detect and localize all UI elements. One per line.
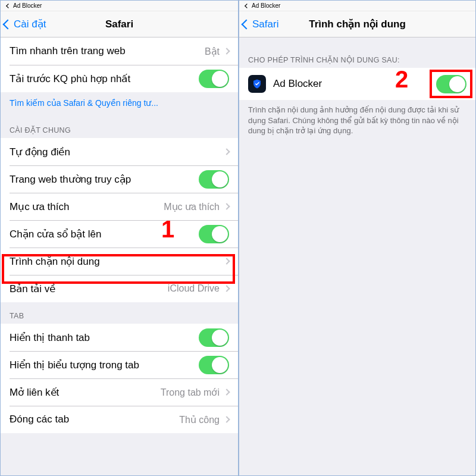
status-back-chevron-icon <box>6 4 11 8</box>
status-app-name: Ad Blocker <box>252 2 280 9</box>
ad-blocker-app-icon <box>248 75 266 93</box>
chevron-left-icon <box>242 19 252 29</box>
status-app-name: Ad Blocker <box>13 2 42 9</box>
row-preload-tophit[interactable]: Tải trước KQ phù hợp nhất <box>1 65 238 92</box>
row-open-links[interactable]: Mở liên kết Trong tab mới <box>1 378 238 406</box>
row-label: Mở liên kết <box>10 386 59 399</box>
section-header-allow: CHO PHÉP TRÌNH CHẶN NỘI DUNG SAU: <box>239 37 475 68</box>
right-screenshot: Ad Blocker Safari Trình chặn nội dung CH… <box>238 1 475 475</box>
chevron-right-icon <box>223 258 230 264</box>
toggle-on[interactable] <box>199 356 229 374</box>
back-label: Cài đặt <box>14 18 46 30</box>
chevron-left-icon <box>3 19 13 29</box>
row-block-popups[interactable]: Chặn cửa sổ bật lên <box>1 220 238 248</box>
row-label: Hiển thị biểu tượng trong tab <box>10 359 139 371</box>
section-header-tab: TAB <box>1 302 238 324</box>
nav-bar: Cài đặt Safari <box>1 11 238 37</box>
chevron-right-icon <box>223 285 230 292</box>
row-label: Chặn cửa sổ bật lên <box>10 228 101 240</box>
row-label: Bản tải về <box>10 283 55 295</box>
toggle-on[interactable] <box>199 70 229 88</box>
left-screenshot: Ad Blocker Cài đặt Safari Tìm nhanh trên… <box>1 1 238 475</box>
row-value: Trong tab mới <box>161 387 229 398</box>
chevron-right-icon <box>223 389 230 395</box>
row-label: Đóng các tab <box>10 414 69 425</box>
annotation-number-2: 2 <box>395 66 408 93</box>
section-footer: Trình chặn nội dung ảnh hưởng đến nội du… <box>239 100 475 136</box>
chevron-right-icon <box>223 203 230 209</box>
row-value: Bật <box>205 46 229 57</box>
chevron-right-icon <box>223 48 230 54</box>
back-label: Safari <box>252 18 278 30</box>
status-bar: Ad Blocker <box>239 1 475 11</box>
row-label: Tìm nhanh trên trang web <box>10 45 126 57</box>
row-label: Hiển thị thanh tab <box>10 331 90 344</box>
row-close-tabs[interactable]: Đóng các tab Thủ công <box>1 406 238 433</box>
row-label: Tải trước KQ phù hợp nhất <box>10 73 130 85</box>
row-value: Mục ưa thích <box>164 201 229 212</box>
row-value: Thủ công <box>179 414 229 425</box>
back-button[interactable]: Cài đặt <box>4 18 46 30</box>
toggle-on[interactable] <box>199 170 229 189</box>
row-frequently-visited[interactable]: Trang web thường truy cập <box>1 165 238 193</box>
safari-privacy-hint[interactable]: Tìm kiếm của Safari & Quyền riêng tư... <box>1 92 238 116</box>
row-autofill[interactable]: Tự động điền <box>1 138 238 165</box>
toggle-on[interactable] <box>199 328 229 347</box>
page-title: Safari <box>105 18 133 30</box>
row-ad-blocker[interactable]: Ad Blocker <box>239 68 475 100</box>
row-value: iCloud Drive <box>168 283 229 294</box>
toggle-on[interactable] <box>199 225 229 243</box>
chevron-right-icon <box>223 148 230 155</box>
shield-check-icon <box>252 79 262 89</box>
row-label: Trình chặn nội dung <box>10 255 100 268</box>
annotation-number-1: 1 <box>161 216 174 243</box>
row-label: Tự động điền <box>10 146 70 158</box>
row-label: Trang web thường truy cập <box>10 173 131 186</box>
row-favorites[interactable]: Mục ưa thích Mục ưa thích <box>1 193 238 220</box>
row-quick-search[interactable]: Tìm nhanh trên trang web Bật <box>1 37 238 65</box>
back-button[interactable]: Safari <box>243 18 278 30</box>
toggle-ad-blocker[interactable] <box>436 75 466 93</box>
row-label: Mục ưa thích <box>10 201 69 213</box>
section-header-general: CÀI ĐẶT CHUNG <box>1 116 238 138</box>
row-value <box>224 149 229 154</box>
row-value <box>224 259 229 264</box>
row-label: Ad Blocker <box>273 78 322 90</box>
status-bar: Ad Blocker <box>1 1 238 11</box>
row-show-tab-icons[interactable]: Hiển thị biểu tượng trong tab <box>1 351 238 378</box>
status-back-chevron-icon <box>245 4 249 8</box>
row-show-tab-bar[interactable]: Hiển thị thanh tab <box>1 324 238 351</box>
chevron-right-icon <box>223 416 230 422</box>
row-content-blockers[interactable]: Trình chặn nội dung <box>1 248 238 275</box>
nav-bar: Safari Trình chặn nội dung <box>239 11 475 37</box>
row-downloads[interactable]: Bản tải về iCloud Drive <box>1 275 238 302</box>
page-title: Trình chặn nội dung <box>309 18 406 30</box>
